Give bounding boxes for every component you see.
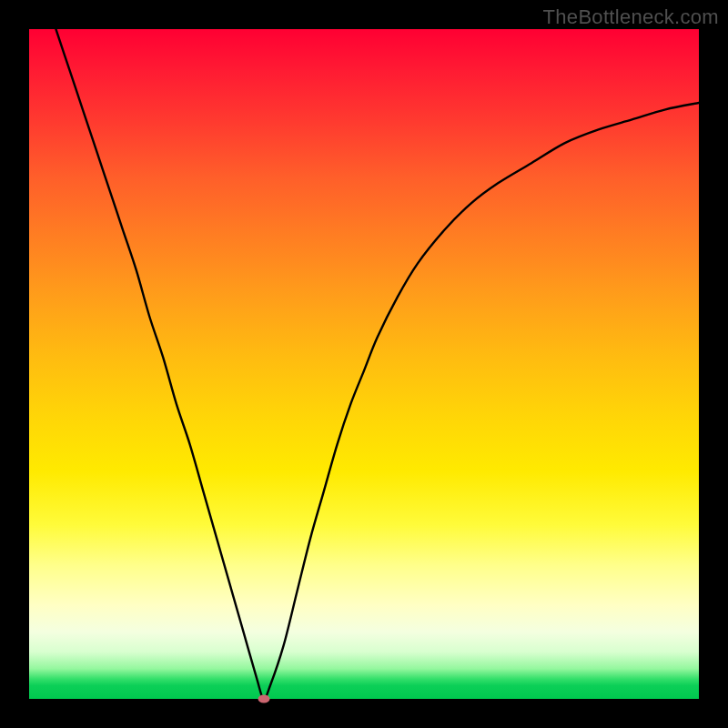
- chart-frame: TheBottleneck.com: [0, 0, 728, 728]
- watermark-text: TheBottleneck.com: [543, 5, 719, 29]
- plot-area: [29, 29, 699, 699]
- optimum-marker: [258, 695, 269, 703]
- bottleneck-curve: [29, 29, 699, 699]
